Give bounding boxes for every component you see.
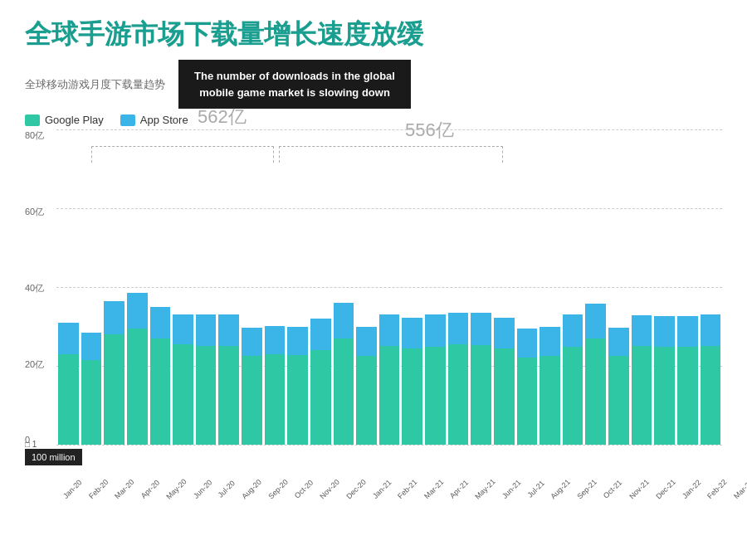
bar-gplay: [701, 346, 721, 445]
bar-stack: [517, 329, 538, 445]
legend-app-store-label: App Store: [140, 114, 188, 126]
x-label: Nov-21: [627, 478, 651, 501]
subtitle: 全球移动游戏月度下载量趋势: [25, 77, 165, 92]
bar-stack: [127, 293, 148, 445]
bar-appstore: [471, 313, 491, 345]
x-label: Sep-20: [266, 478, 290, 501]
bar-group: [517, 329, 538, 445]
x-label: Mar-22: [732, 478, 747, 500]
bar-gplay: [334, 338, 354, 445]
unit-note: □ 1: [25, 440, 37, 449]
bar-group: [173, 314, 193, 445]
bar-gplay: [173, 344, 193, 445]
bar-appstore: [173, 314, 193, 344]
bar-gplay: [677, 347, 698, 445]
x-axis: Jan-20Feb-20Mar-20Apr-20May-20Jun-20Jul-…: [56, 486, 722, 494]
bar-stack: [242, 328, 262, 445]
bar-stack: [334, 303, 354, 445]
bar-appstore: [334, 303, 354, 338]
legend-app-store: App Store: [120, 114, 188, 126]
bar-stack: [150, 307, 171, 445]
x-label: Jun-21: [500, 478, 523, 500]
x-label: Oct-20: [293, 478, 315, 499]
bar-group: [379, 314, 400, 445]
bar-group: [471, 313, 491, 445]
x-label: Jan-20: [61, 478, 84, 500]
x-label: Aug-21: [549, 478, 573, 501]
bar-group: [334, 303, 354, 445]
x-label: Feb-21: [396, 478, 418, 500]
bar-stack: [356, 327, 377, 446]
bar-gplay: [540, 356, 560, 445]
bar-appstore: [425, 314, 446, 347]
bar-stack: [402, 318, 422, 445]
gridline-0: [56, 445, 722, 446]
bar-group: [104, 301, 124, 445]
bar-stack: [585, 304, 606, 445]
x-label: Jul-21: [525, 479, 545, 499]
bar-gplay: [379, 346, 400, 445]
x-label: Feb-20: [87, 478, 110, 500]
legend-google-play-label: Google Play: [45, 114, 104, 126]
bar-stack: [265, 326, 286, 445]
bar-gplay: [494, 348, 515, 445]
bar-gplay: [127, 329, 148, 445]
bar-appstore: [196, 314, 217, 346]
bar-appstore: [494, 318, 515, 348]
bar-appstore: [677, 316, 698, 348]
bar-group: [563, 314, 583, 445]
app-store-color-swatch: [120, 114, 135, 126]
y-label-80: 80亿: [25, 129, 54, 142]
bar-group: [310, 319, 331, 445]
bar-stack: [654, 316, 675, 445]
bar-group: [425, 314, 446, 445]
x-label: Aug-20: [240, 478, 263, 501]
bar-gplay: [196, 346, 217, 445]
bar-appstore: [310, 319, 331, 350]
tooltip-box: 100 million: [25, 449, 82, 465]
bar-group: [196, 314, 217, 445]
bar-group: [265, 326, 286, 445]
y-axis: 0 20亿 40亿 60亿 80亿: [25, 129, 54, 445]
bar-appstore: [402, 318, 422, 348]
bar-stack: [677, 316, 698, 445]
bar-gplay: [425, 347, 446, 445]
chart-inner: 562亿 556亿: [56, 129, 722, 445]
bar-gplay: [265, 354, 286, 445]
bar-gplay: [150, 338, 171, 445]
x-label: Dec-21: [654, 478, 677, 501]
bar-appstore: [218, 314, 239, 346]
bar-appstore: [379, 314, 400, 346]
x-label: Feb-22: [706, 478, 728, 500]
bar-gplay: [58, 354, 79, 445]
bar-group: [448, 313, 469, 445]
google-play-color-swatch: [25, 114, 40, 126]
x-label: May-21: [474, 477, 497, 500]
bar-gplay: [242, 356, 262, 445]
bar-stack: [540, 327, 560, 445]
bar-group: [58, 323, 79, 445]
bar-gplay: [218, 346, 239, 445]
bar-appstore: [632, 315, 652, 346]
bar-group: [494, 318, 515, 445]
bar-gplay: [654, 347, 675, 445]
legend: Google Play App Store: [25, 114, 722, 126]
bar-group: [654, 316, 675, 445]
bar-appstore: [448, 313, 469, 344]
y-label-40: 40亿: [25, 282, 54, 295]
bar-gplay: [608, 356, 629, 445]
bar-stack: [81, 333, 102, 445]
bar-appstore: [701, 314, 721, 346]
x-label: Mar-21: [422, 478, 445, 500]
bar-appstore: [242, 328, 262, 356]
bar-gplay: [402, 348, 422, 445]
bar-stack: [425, 314, 446, 445]
bar-stack: [310, 319, 331, 445]
x-label: May-20: [164, 477, 188, 500]
bar-stack: [58, 323, 79, 445]
legend-google-play: Google Play: [25, 114, 104, 126]
bar-group: [150, 307, 171, 445]
x-label: Jun-20: [192, 478, 214, 500]
bar-appstore: [654, 316, 675, 348]
bar-group: [608, 328, 629, 445]
